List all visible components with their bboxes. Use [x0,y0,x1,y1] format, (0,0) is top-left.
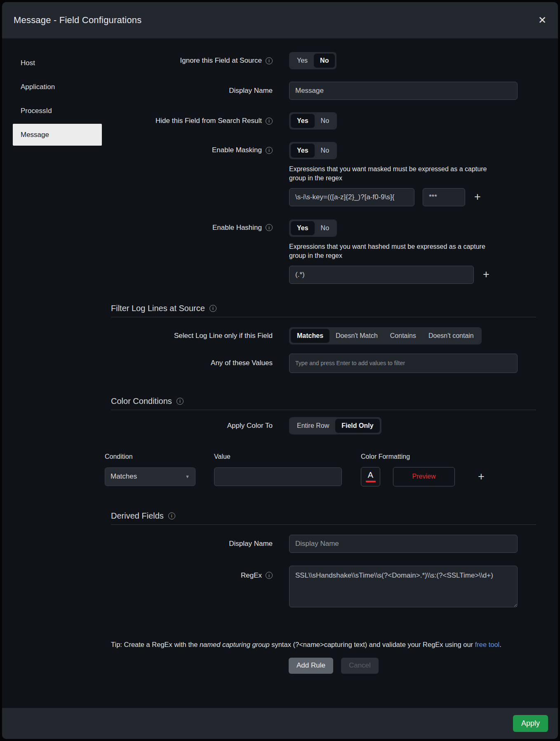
display-name-label: Display Name [229,87,273,95]
enable-hashing-label: Enable Hashing [212,224,262,232]
sidebar-item-processid[interactable]: ProcessId [13,100,102,122]
apply-color-row: Apply Color To Entire Row Field Only [2,417,558,434]
field-sidebar: Host Application ProcessId Message [13,52,102,148]
font-color-swatch [366,481,376,482]
modal-title: Message - Field Configurations [14,15,141,26]
chevron-down-icon: ▼ [185,474,190,479]
match-option-doesnt-contain[interactable]: Doesn't contain [422,329,480,343]
display-name-input[interactable] [289,82,518,100]
enable-hashing-yes[interactable]: Yes [291,221,315,235]
match-option-doesnt-match[interactable]: Doesn't Match [329,329,384,343]
enable-masking-label: Enable Masking [212,146,262,154]
add-masking-rule-icon[interactable]: + [474,191,481,203]
enable-masking-toggle: Yes No [289,142,337,159]
add-rule-button[interactable]: Add Rule [289,658,333,674]
ignore-field-label: Ignore this Field at Source [180,57,262,65]
enable-hashing-no[interactable]: No [315,221,335,235]
ignore-field-toggle: Yes No [289,52,336,69]
info-icon[interactable]: i [266,118,273,125]
ignore-field-yes[interactable]: Yes [291,54,314,68]
field-configurations-screen: Message - Field Configurations ✕ Host Ap… [0,0,560,741]
apply-button[interactable]: Apply [513,715,548,732]
cancel-button[interactable]: Cancel [341,658,379,674]
condition-select[interactable]: Matches ▼ [105,467,195,486]
value-label: Value [214,453,361,460]
modal-body: Host Application ProcessId Message Ignor… [2,38,558,708]
apply-color-label: Apply Color To [227,422,273,430]
match-type-segmented: Matches Doesn't Match Contains Doesn't c… [289,327,482,345]
free-tool-link[interactable]: free tool [475,641,500,648]
font-color-button[interactable]: A [361,467,380,486]
hashing-helper-text: Expressions that you want hashed must be… [289,242,490,261]
derived-actions: Add Rule Cancel [289,658,558,674]
condition-label: Condition [105,453,214,460]
enable-hashing-toggle: Yes No [289,219,337,237]
color-condition-labels: Condition Value Color Formatting [105,453,558,460]
hide-field-yes[interactable]: Yes [291,114,315,128]
filter-values-label: Any of these Values [211,359,273,367]
sidebar-item-message[interactable]: Message [13,124,102,146]
match-option-contains[interactable]: Contains [384,329,422,343]
hide-field-toggle: Yes No [289,112,337,130]
derived-display-name-label: Display Name [229,540,273,548]
sidebar-item-application[interactable]: Application [13,76,102,98]
masking-regex-input[interactable] [289,188,414,206]
add-color-condition-icon[interactable]: + [478,471,485,482]
enable-hashing-row: Enable Hashing i Yes No Expressions that… [2,219,558,284]
info-icon[interactable]: i [266,224,273,231]
regex-tip-text: Tip: Create a RegEx with the named captu… [111,641,558,649]
match-type-label: Select Log Line only if this Field [174,332,273,340]
info-icon[interactable]: i [168,512,175,519]
sidebar-item-host[interactable]: Host [13,52,102,74]
enable-masking-no[interactable]: No [315,144,335,158]
hashing-regex-input[interactable] [289,266,474,284]
derived-display-name-input[interactable] [289,535,518,553]
derived-regex-row: RegEx i SSL\\sHandshake\\sTime\\s(?<Doma… [2,566,558,609]
color-section-heading: Color Conditions i [111,396,558,406]
hide-field-no[interactable]: No [315,114,335,128]
info-icon[interactable]: i [209,305,216,312]
info-icon[interactable]: i [176,398,184,405]
ignore-field-no[interactable]: No [314,54,335,68]
info-icon[interactable]: i [266,572,273,579]
filter-section-heading: Filter Log Lines at Source i [111,304,558,313]
modal-header: Message - Field Configurations ✕ [2,2,558,38]
info-icon[interactable]: i [266,147,273,154]
field-configurations-modal: Message - Field Configurations ✕ Host Ap… [2,2,558,739]
apply-color-toggle: Entire Row Field Only [289,417,381,434]
enable-masking-row: Enable Masking i Yes No Expressions that… [2,142,558,206]
derived-section-heading: Derived Fields i [111,511,558,521]
enable-masking-yes[interactable]: Yes [291,144,315,158]
color-formatting-label: Color Formatting [361,453,410,460]
derived-regex-label: RegEx [241,571,262,580]
match-option-matches[interactable]: Matches [291,329,329,343]
modal-footer: Apply [2,708,558,739]
match-type-row: Select Log Line only if this Field Match… [2,327,558,345]
section-divider [111,410,536,410]
font-color-letter: A [368,471,373,479]
section-divider [111,524,536,525]
masking-replacement-input[interactable] [423,188,465,206]
apply-color-entire-row[interactable]: Entire Row [291,419,335,433]
filter-values-input[interactable] [289,354,518,373]
condition-value-input[interactable] [214,467,342,486]
masking-helper-text: Expressions that you want masked must be… [289,165,490,183]
derived-regex-textarea[interactable]: SSL\\sHandshake\\sTime\\s(?<Domain>.*)\\… [289,566,518,607]
info-icon[interactable]: i [266,57,273,64]
derived-display-name-row: Display Name [2,535,558,553]
filter-values-row: Any of these Values [2,354,558,373]
hide-field-label: Hide this Field from Search Result [155,117,262,125]
section-divider [111,317,536,317]
add-hashing-rule-icon[interactable]: + [483,269,489,280]
color-condition-controls: Matches ▼ A Preview + [105,467,558,486]
apply-color-field-only[interactable]: Field Only [335,419,379,433]
preview-button[interactable]: Preview [393,467,455,486]
close-icon[interactable]: ✕ [538,15,546,25]
